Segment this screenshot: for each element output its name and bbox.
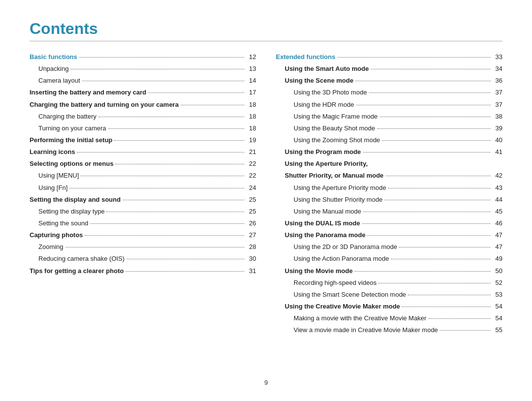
entry-text: Recording high-speed videos (294, 278, 376, 288)
entry-dots (388, 188, 491, 188)
entry-text: Learning icons (30, 147, 75, 157)
toc-entry: Using the Manual mode45 (276, 207, 502, 216)
entry-text: Using the Creative Movie Maker mode (285, 302, 400, 311)
entry-page: 52 (493, 278, 502, 288)
entry-dots (380, 117, 491, 117)
entry-text: Using the Movie mode (285, 266, 353, 276)
entry-text: Unpacking (38, 64, 68, 74)
entry-page: 47 (493, 242, 502, 252)
entry-dots (115, 164, 244, 164)
entry-dots (114, 140, 244, 141)
entry-page: 31 (246, 266, 256, 276)
entry-text: Capturing photos (30, 230, 83, 240)
entry-text: Selecting options or menus (30, 159, 113, 169)
entry-page: 18 (246, 112, 256, 122)
entry-dots (367, 235, 491, 236)
entry-page: 37 (493, 88, 502, 97)
entry-text: Camera layout (38, 76, 80, 86)
toc-entry: Reducing camera shake (OIS)30 (30, 254, 256, 264)
entry-page: 34 (493, 64, 502, 74)
toc-entry: Making a movie with the Creative Movie M… (276, 313, 502, 323)
entry-dots (399, 247, 491, 247)
entry-text: Using the 2D or 3D Panorama mode (294, 242, 397, 252)
toc-entry: Using the Beauty Shot mode39 (276, 123, 502, 133)
entry-dots (429, 318, 491, 319)
toc-entry: Learning icons21 (30, 147, 256, 157)
entry-text: Using the Aperture Priority mode (294, 183, 386, 193)
entry-dots (377, 128, 491, 129)
entry-page: 43 (493, 183, 502, 193)
entry-text: Using the Smart Auto mode (285, 64, 369, 74)
entry-text: Using [MENU] (38, 171, 79, 181)
toc-entry: Using the HDR mode37 (276, 100, 502, 110)
entry-page: 18 (246, 123, 256, 133)
entry-page: 30 (246, 254, 256, 264)
entry-dots (108, 128, 244, 129)
toc-entry-line2: Shutter Priority, or Manual mode42 (276, 171, 502, 181)
entry-dots (99, 117, 244, 117)
entry-text: Using [Fn] (38, 183, 67, 193)
entry-text: Setting the sound (38, 218, 88, 228)
toc-entry: Using the Program mode41 (276, 147, 502, 157)
entry-dots (70, 69, 244, 69)
entry-page: 47 (493, 230, 502, 240)
toc-entry: Using the Magic Frame mode38 (276, 112, 502, 122)
entry-page: 13 (246, 64, 256, 74)
title-divider (30, 41, 502, 41)
entry-dots (408, 295, 491, 295)
toc-entry-line1: Using the Aperture Priority, (276, 159, 502, 169)
toc-entry: Using the Creative Movie Maker mode54 (276, 302, 502, 311)
toc-entry: Basic functions12 (30, 52, 256, 62)
entry-dots (66, 247, 244, 247)
entry-page: 54 (493, 302, 502, 311)
page-title: Contents (30, 20, 502, 38)
entry-text: Basic functions (30, 52, 77, 62)
toc-entry: Using the Zooming Shot mode40 (276, 135, 502, 145)
entry-page: 37 (493, 100, 502, 110)
toc-entry: Using the Action Panorama mode49 (276, 254, 502, 264)
entry-page: 50 (493, 266, 502, 276)
entry-dots (148, 93, 244, 93)
entry-dots (356, 105, 491, 105)
entry-text: Using the Scene mode (285, 76, 353, 86)
entry-text: View a movie made in Creative Movie Make… (294, 325, 438, 335)
toc-entry: Performing the initial setup19 (30, 135, 256, 145)
entry-text: Using the Zooming Shot mode (294, 135, 380, 145)
toc-entry: Using [Fn]24 (30, 183, 256, 193)
entry-page: 54 (493, 313, 502, 323)
entry-page: 36 (493, 76, 502, 86)
entry-text: Using the Beauty Shot mode (294, 123, 375, 133)
toc-entry: Setting the display and sound25 (30, 195, 256, 205)
entry-text: Using the Panorama mode (285, 230, 366, 240)
entry-text: Using the 3D Photo mode (294, 88, 367, 97)
entry-page: 33 (493, 52, 502, 62)
entry-page: 55 (493, 325, 502, 335)
entry-text: Charging the battery and turning on your… (30, 100, 179, 110)
entry-dots (369, 93, 491, 93)
entry-page: 25 (246, 195, 256, 205)
toc-entry: Setting the display type25 (30, 207, 256, 216)
columns-container: Basic functions12Unpacking13Camera layou… (30, 52, 502, 337)
entry-text: Using the Manual mode (294, 207, 361, 216)
right-column: Extended functions33Using the Smart Auto… (276, 52, 502, 337)
entry-dots (79, 57, 244, 58)
entry-page: 19 (246, 135, 256, 145)
toc-entry: Using the Movie mode50 (276, 266, 502, 276)
entry-text: Setting the display and sound (30, 195, 121, 205)
entry-text: Performing the initial setup (30, 135, 112, 145)
entry-page: 17 (246, 88, 256, 97)
toc-entry: Capturing photos27 (30, 230, 256, 240)
entry-dots (371, 69, 491, 69)
toc-entry: Unpacking13 (30, 64, 256, 74)
toc-entry: Selecting options or menus22 (30, 159, 256, 169)
toc-entry: Using the 2D or 3D Panorama mode47 (276, 242, 502, 252)
toc-entry: Inserting the battery and memory card17 (30, 88, 256, 97)
entry-page: 25 (246, 207, 256, 216)
entry-dots (382, 140, 491, 141)
entry-page: 18 (246, 100, 256, 110)
entry-text: Using the Program mode (285, 147, 361, 157)
entry-dots (363, 152, 491, 153)
toc-entry: Using the Smart Scene Detection mode53 (276, 290, 502, 300)
entry-dots (181, 105, 244, 105)
entry-page: 53 (493, 290, 502, 300)
